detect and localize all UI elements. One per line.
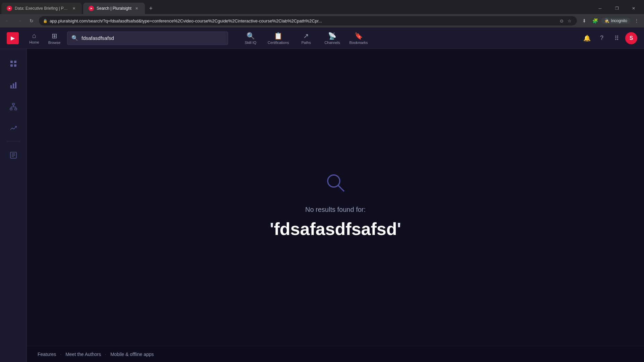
certifications-icon: 📋: [274, 32, 282, 40]
svg-rect-2: [10, 64, 13, 67]
tab-1-favicon: [7, 6, 12, 11]
address-bar-row: ← → ↻ 🔒 app.pluralsight.com/search/?q=fd…: [0, 14, 644, 27]
svg-rect-10: [15, 108, 17, 110]
svg-rect-9: [10, 108, 12, 110]
no-results-query: 'fdsafasdfsafsd': [270, 219, 401, 239]
footer-dot-2: ·: [105, 352, 106, 357]
reload-button[interactable]: ↻: [27, 16, 36, 25]
bookmarks-icon: 🔖: [355, 32, 363, 40]
user-avatar[interactable]: S: [625, 32, 637, 44]
svg-rect-3: [14, 64, 16, 67]
list-icon: [9, 151, 17, 159]
tab-1-close[interactable]: ✕: [71, 6, 76, 11]
tab-bar: Data: Executive Briefing | Pluralsight ✕…: [0, 0, 644, 14]
new-tab-button[interactable]: +: [146, 4, 156, 13]
footer: Features · Meet the Authors · Mobile & o…: [27, 346, 644, 362]
sidebar-item-grid[interactable]: [4, 54, 23, 73]
address-bar[interactable]: 🔒 app.pluralsight.com/search/?q=fdsafasd…: [39, 16, 577, 25]
tab-2-close[interactable]: ✕: [134, 6, 140, 11]
org-icon: [9, 103, 17, 111]
home-label: Home: [29, 40, 39, 44]
home-nav-item[interactable]: ⌂ Home: [24, 32, 44, 44]
back-button[interactable]: ←: [3, 16, 12, 25]
forward-button[interactable]: →: [15, 16, 24, 25]
incognito-icon: 🕵: [604, 18, 609, 23]
search-input[interactable]: fdsafasdfsafsd: [82, 35, 224, 41]
sidebar-item-analytics[interactable]: [4, 119, 23, 137]
certifications-label: Certifications: [268, 41, 289, 45]
top-nav: ▶ ⌂ Home ⊞ Browse 🔍 fdsafasdfsafsd 🔍 Ski…: [0, 27, 644, 49]
svg-point-19: [328, 175, 340, 187]
skill-iq-label: Skill IQ: [245, 41, 257, 45]
help-button[interactable]: ?: [596, 32, 608, 44]
cast-icon: ⊙: [558, 17, 565, 24]
search-icon: 🔍: [71, 35, 78, 41]
sidebar-item-list[interactable]: [4, 146, 23, 165]
app-container: ▶ ⌂ Home ⊞ Browse 🔍 fdsafasdfsafsd 🔍 Ski…: [0, 27, 644, 362]
channels-nav-item[interactable]: 📡 Channels: [321, 31, 344, 46]
sidebar-divider: [7, 141, 20, 142]
features-link[interactable]: Features: [38, 352, 56, 357]
home-icon: ⌂: [32, 32, 36, 40]
svg-rect-5: [13, 83, 14, 88]
svg-rect-1: [14, 61, 16, 63]
grid-icon: [9, 60, 17, 68]
sidebar: [0, 49, 27, 362]
incognito-badge: 🕵 Incognito: [601, 18, 631, 24]
channels-icon: 📡: [328, 32, 336, 40]
bookmarks-nav-item[interactable]: 🔖 Bookmarks: [347, 31, 371, 46]
no-results-label: No results found for:: [305, 206, 366, 214]
close-quote: ': [397, 219, 401, 239]
star-icon[interactable]: ☆: [566, 17, 573, 24]
chart-icon: [9, 81, 17, 89]
search-bar[interactable]: 🔍 fdsafasdfsafsd: [67, 32, 228, 45]
browser-chrome: Data: Executive Briefing | Pluralsight ✕…: [0, 0, 644, 27]
extensions-icon[interactable]: 🧩: [590, 16, 600, 25]
sidebar-item-chart[interactable]: [4, 76, 23, 95]
certifications-nav-item[interactable]: 📋 Certifications: [265, 31, 292, 46]
content-area: No results found for: 'fdsafasdfsafsd' F…: [27, 49, 644, 362]
notifications-button[interactable]: 🔔: [581, 32, 593, 44]
main-layout: No results found for: 'fdsafasdfsafsd' F…: [0, 49, 644, 362]
apps-button[interactable]: ⠿: [610, 32, 623, 44]
skill-iq-icon: 🔍: [247, 32, 255, 40]
tab-2-title: Search | Pluralsight: [97, 6, 131, 11]
paths-nav-item[interactable]: ↗ Paths: [294, 31, 318, 46]
sidebar-item-org[interactable]: [4, 97, 23, 116]
no-results-search-icon: [325, 172, 346, 198]
pluralsight-logo[interactable]: ▶: [7, 32, 19, 44]
close-button[interactable]: ✕: [626, 3, 641, 13]
meet-authors-link[interactable]: Meet the Authors: [65, 352, 101, 357]
browse-icon: ⊞: [52, 32, 57, 40]
svg-line-20: [338, 185, 344, 191]
tab-2-favicon: [89, 6, 94, 11]
svg-rect-6: [15, 82, 16, 88]
browse-label: Browse: [48, 41, 61, 45]
nav-items: 🔍 Skill IQ 📋 Certifications ↗ Paths 📡 Ch…: [239, 31, 371, 46]
tab-2[interactable]: Search | Pluralsight ✕: [83, 3, 145, 14]
skill-iq-nav-item[interactable]: 🔍 Skill IQ: [239, 31, 262, 46]
footer-dot-1: ·: [60, 352, 61, 357]
search-query-text: fdsafasdfsafsd: [274, 219, 397, 239]
maximize-button[interactable]: ❐: [609, 3, 625, 13]
paths-label: Paths: [302, 41, 311, 45]
mobile-apps-link[interactable]: Mobile & offline apps: [110, 352, 154, 357]
menu-button[interactable]: ⋮: [632, 16, 641, 25]
svg-rect-4: [10, 85, 12, 88]
minimize-button[interactable]: ─: [592, 3, 608, 13]
bookmarks-label: Bookmarks: [350, 41, 368, 45]
channels-label: Channels: [324, 41, 340, 45]
svg-rect-0: [10, 61, 13, 63]
open-quote: ': [270, 219, 274, 239]
tab-1-title: Data: Executive Briefing | Pluralsight: [15, 6, 68, 11]
incognito-label: Incognito: [611, 18, 627, 23]
tab-1[interactable]: Data: Executive Briefing | Pluralsight ✕: [1, 3, 82, 14]
address-text: app.pluralsight.com/search/?q=fdsafasdfs…: [50, 18, 556, 23]
no-results-container: No results found for: 'fdsafasdfsafsd': [270, 172, 401, 239]
paths-icon: ↗: [303, 32, 309, 40]
browse-nav-item[interactable]: ⊞ Browse: [44, 32, 64, 45]
download-icon[interactable]: ⬇: [580, 16, 589, 25]
address-icons: ⊙ ☆: [558, 17, 573, 24]
lock-icon: 🔒: [43, 19, 48, 23]
nav-right: 🔔 ? ⠿ S: [581, 32, 637, 44]
